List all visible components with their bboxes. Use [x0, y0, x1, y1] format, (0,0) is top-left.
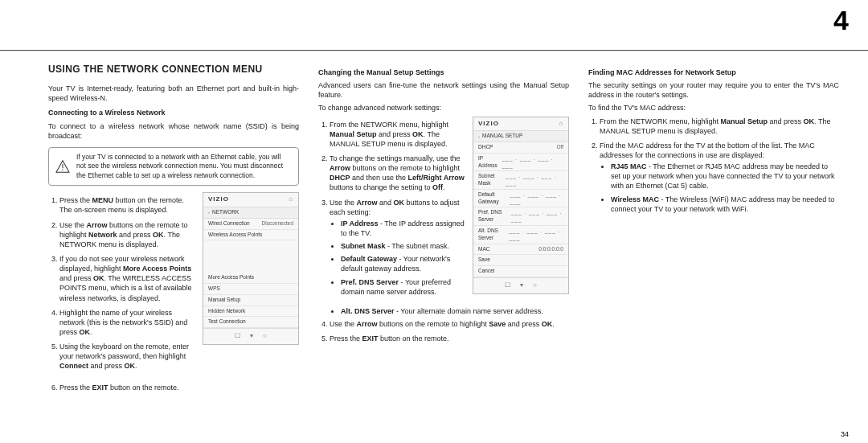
back-icon: ☐	[505, 281, 510, 290]
screen-brand: VIZIO	[478, 120, 499, 129]
home-icon: ⌂	[289, 195, 293, 204]
down-icon: ▾	[520, 281, 523, 290]
col2-step-1: From the NETWORK menu, highlight Manual …	[330, 120, 466, 149]
column-2: Changing the Manual Setup Settings Advan…	[318, 63, 569, 422]
col1-intro: Your TV is Internet-ready, featuring bot…	[48, 84, 299, 103]
col3-step-1: From the NETWORK menu, highlight Manual …	[600, 117, 839, 136]
col2-step-2: To change the settings manually, use the…	[330, 154, 466, 193]
col1-sub1: Connecting to a Wireless Network	[48, 108, 299, 117]
top-rule	[0, 50, 868, 51]
col1-steps: Press the MENU button on the remote. The…	[59, 195, 196, 375]
col1-step-1: Press the MENU button on the remote. The…	[59, 195, 196, 215]
col2-sub: Changing the Manual Setup Settings	[318, 68, 569, 77]
warning-icon	[55, 160, 70, 173]
bullet-subnet: Subnet Mask - The subnet mask.	[341, 241, 466, 251]
col3-intro: The security settings on your router may…	[588, 80, 839, 100]
chev-icon: ‹	[208, 209, 210, 215]
bullet-ip: IP Address - The IP address assigned to …	[341, 219, 466, 238]
col1-step-6: Press the EXIT button on the remote.	[59, 383, 299, 392]
screen-brand: VIZIO	[208, 195, 229, 204]
col2-steps: From the NETWORK menu, highlight Manual …	[330, 120, 466, 301]
warning-box: If your TV is connected to a network wit…	[48, 147, 299, 186]
col3-steps: From the NETWORK menu, highlight Manual …	[600, 117, 839, 214]
col1-step-4: Highlight the name of your wireless netw…	[59, 308, 196, 337]
circle-icon: ○	[533, 281, 537, 290]
bullet-rj45-mac: RJ45 MAC - The Ethernet or RJ45 MAC addr…	[611, 162, 839, 191]
col2-lead: To change advanced network settings:	[318, 103, 569, 113]
section-title: USING THE NETWORK CONNECTION MENU	[48, 63, 299, 76]
circle-icon: ○	[263, 332, 267, 341]
col2-step-3: Use the Arrow and OK buttons to adjust e…	[330, 198, 466, 297]
down-icon: ▾	[250, 332, 253, 341]
col1-step-2: Use the Arrow buttons on the remote to h…	[59, 220, 196, 249]
network-menu-screenshot: VIZIO ⌂ ‹ NETWORK Wired ConnectionDiscon…	[203, 192, 299, 345]
home-icon: ⌂	[559, 120, 563, 129]
bullet-pref-dns: Pref. DNS Server - Your preferred domain…	[341, 277, 466, 297]
column-3: Finding MAC Addresses for Network Setup …	[588, 63, 839, 422]
column-1: USING THE NETWORK CONNECTION MENU Your T…	[48, 63, 299, 422]
svg-point-1	[62, 170, 63, 170]
page-number: 34	[841, 430, 849, 438]
col3-sub: Finding MAC Addresses for Network Setup	[588, 68, 839, 77]
col1-step-5: Using the keyboard on the remote, enter …	[59, 342, 196, 371]
col3-step-2: Find the MAC address for the TV at the b…	[600, 141, 839, 214]
content-columns: USING THE NETWORK CONNECTION MENU Your T…	[48, 63, 839, 422]
col2-step-4: Use the Arrow buttons on the remote to h…	[330, 319, 569, 329]
screen-menu-label: NETWORK	[212, 209, 239, 216]
col3-lead: To find the TV's MAC address:	[588, 103, 839, 113]
chev-icon: ‹	[478, 133, 480, 140]
bullet-wireless-mac: Wireless MAC - The Wireless (WiFi) MAC a…	[611, 195, 839, 214]
col1-sub1-intro: To connect to a wireless network whose n…	[48, 121, 299, 141]
col2-intro: Advanced users can fine-tune the network…	[318, 80, 569, 100]
col2-step-5: Press the EXIT button on the remote.	[330, 334, 569, 343]
back-icon: ☐	[235, 332, 240, 341]
col1-step-3: If you do not see your wireless network …	[59, 254, 196, 303]
screen-menu-label: MANUAL SETUP	[482, 133, 522, 140]
bullet-gateway: Default Gateway - Your network's default…	[341, 254, 466, 273]
col2-steps-cont: Use the Arrow buttons on the remote to h…	[330, 319, 569, 343]
bullet-alt-dns: Alt. DNS Server - Your alternate domain …	[341, 306, 569, 316]
warning-text: If your TV is connected to a network wit…	[76, 153, 283, 179]
manual-setup-screenshot: VIZIO ⌂ ‹ MANUAL SETUP DHCPOff IP Addres…	[473, 117, 569, 294]
col1-steps-cont: Press the EXIT button on the remote.	[59, 383, 299, 392]
chapter-number: 4	[833, 5, 849, 36]
